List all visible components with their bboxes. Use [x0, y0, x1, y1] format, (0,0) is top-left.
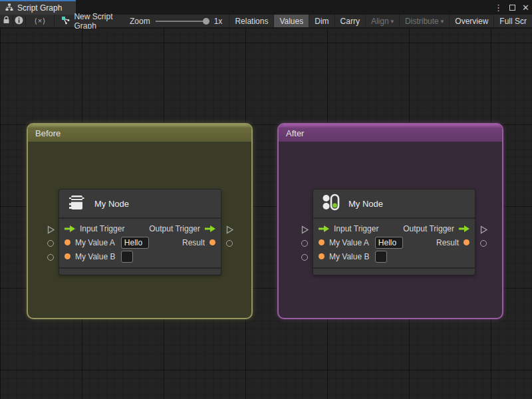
- value-b-row: My Value B: [313, 249, 475, 263]
- script-graph-window: Script Graph ⋮ ✕: [0, 0, 532, 399]
- value-port-icon: [65, 239, 70, 245]
- zoom-label: Zoom: [130, 17, 150, 26]
- zoom-slider-handle[interactable]: [203, 18, 209, 25]
- external-value-port-left[interactable]: [46, 239, 55, 248]
- flow-arrow-icon: [205, 225, 215, 232]
- maximize-icon[interactable]: [509, 5, 515, 11]
- zoom-slider[interactable]: [156, 21, 209, 22]
- group-before-label: Before: [35, 128, 61, 138]
- value-a-row: My Value A Result: [59, 235, 221, 249]
- value-port-icon: [319, 253, 325, 259]
- value-b-port[interactable]: My Value B: [65, 251, 133, 263]
- code-view-button[interactable]: ⟨×⟩: [26, 15, 55, 27]
- value-port-icon: [209, 239, 215, 245]
- node-title: My Node: [348, 199, 383, 209]
- zoom-control: Zoom 1x: [123, 15, 229, 27]
- value-a-port[interactable]: My Value A: [319, 237, 403, 249]
- script-graph-icon: [5, 2, 13, 14]
- external-flow-port-right[interactable]: [225, 225, 234, 234]
- node-before[interactable]: My Node Input Trigger Output Trigger: [59, 189, 221, 275]
- node-header[interactable]: My Node: [59, 190, 221, 219]
- external-value-port-left[interactable]: [300, 253, 309, 262]
- node-after[interactable]: My Node Input Trigger Output Trigger: [313, 189, 475, 275]
- lock-icon: [3, 16, 10, 26]
- lock-button[interactable]: [0, 15, 13, 27]
- chevron-down-icon: ▾: [441, 18, 444, 25]
- node-ports: Input Trigger Output Trigger My Value A: [59, 219, 221, 267]
- external-value-port-right[interactable]: [479, 239, 488, 248]
- distribute-button[interactable]: Distribute ▾: [399, 15, 449, 27]
- value-port-icon: [65, 253, 70, 259]
- node-ports: Input Trigger Output Trigger My Value A: [313, 219, 475, 267]
- value-port-icon: [464, 239, 469, 245]
- value-a-input[interactable]: [121, 237, 149, 249]
- value-a-row: My Value A Result: [313, 235, 475, 249]
- external-value-port-right[interactable]: [225, 239, 234, 248]
- value-port-icon: [319, 239, 325, 245]
- value-a-port[interactable]: My Value A: [65, 237, 149, 249]
- node-header[interactable]: My Node: [313, 190, 475, 219]
- external-flow-port-right[interactable]: [479, 225, 488, 234]
- trigger-row: Input Trigger Output Trigger: [313, 221, 475, 235]
- zoom-value: 1x: [214, 17, 223, 26]
- align-button[interactable]: Align ▾: [365, 15, 399, 27]
- external-flow-port-left[interactable]: [46, 225, 55, 234]
- overview-button[interactable]: Overview: [449, 15, 493, 27]
- graph-toolbar: ⟨×⟩ New Script Graph Zoom 1x Relations V…: [0, 15, 532, 28]
- value-a-input[interactable]: [375, 237, 403, 249]
- new-script-graph-label: New Script Graph: [74, 12, 114, 31]
- graph-node-icon: [61, 16, 70, 27]
- external-flow-port-left[interactable]: [300, 225, 309, 234]
- input-trigger-port[interactable]: Input Trigger: [319, 224, 378, 233]
- external-value-port-left[interactable]: [46, 253, 55, 262]
- value-b-input[interactable]: [121, 251, 133, 263]
- output-trigger-port[interactable]: Output Trigger: [403, 224, 469, 233]
- tab-script-graph[interactable]: Script Graph: [0, 0, 76, 15]
- external-value-port-left[interactable]: [300, 239, 309, 248]
- window-controls: ⋮ ✕: [494, 0, 529, 15]
- node-box[interactable]: My Node Input Trigger Output Trigger: [313, 189, 475, 275]
- custom-unit-icon: [320, 192, 341, 215]
- group-after-label: After: [286, 128, 304, 138]
- group-before-header[interactable]: Before: [28, 124, 251, 142]
- code-icon: ⟨×⟩: [34, 17, 46, 25]
- node-footer: [313, 267, 475, 275]
- value-b-row: My Value B: [59, 249, 221, 263]
- result-port[interactable]: Result: [182, 238, 215, 247]
- node-footer: [59, 267, 221, 275]
- value-b-port[interactable]: My Value B: [319, 251, 387, 263]
- group-after-header[interactable]: After: [279, 124, 502, 142]
- node-title: My Node: [94, 199, 129, 209]
- node-box[interactable]: My Node Input Trigger Output Trigger: [59, 189, 221, 275]
- result-port[interactable]: Result: [436, 238, 469, 247]
- flow-arrow-icon: [65, 225, 75, 232]
- carry-button[interactable]: Carry: [334, 15, 365, 27]
- dim-button[interactable]: Dim: [309, 15, 334, 27]
- close-icon[interactable]: ✕: [522, 3, 529, 12]
- default-unit-icon: [66, 192, 87, 215]
- graph-canvas[interactable]: Before After: [0, 29, 532, 399]
- new-script-graph-button[interactable]: New Script Graph: [55, 15, 123, 27]
- fullscreen-button[interactable]: Full Scr: [493, 15, 532, 27]
- trigger-row: Input Trigger Output Trigger: [59, 221, 221, 235]
- values-button[interactable]: Values: [273, 15, 309, 27]
- info-button[interactable]: [13, 15, 27, 27]
- chevron-down-icon: ▾: [391, 18, 394, 25]
- output-trigger-port[interactable]: Output Trigger: [149, 224, 215, 233]
- value-b-input[interactable]: [375, 251, 387, 263]
- kebab-menu-icon[interactable]: ⋮: [494, 3, 503, 12]
- tab-title: Script Graph: [17, 3, 62, 13]
- info-icon: [15, 16, 23, 27]
- flow-arrow-icon: [319, 225, 329, 232]
- flow-arrow-icon: [459, 225, 469, 232]
- relations-button[interactable]: Relations: [229, 15, 273, 27]
- input-trigger-port[interactable]: Input Trigger: [65, 224, 124, 233]
